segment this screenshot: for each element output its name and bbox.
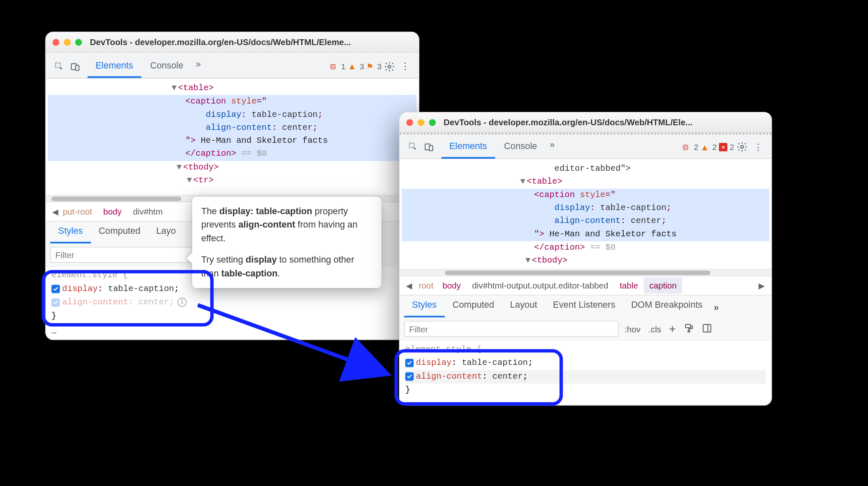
subtab-layout[interactable]: Layout [502, 295, 545, 317]
crumb-root[interactable]: root [415, 277, 437, 294]
dom-node-caption-close[interactable]: </caption> == $0 [48, 147, 416, 160]
dom-node-tbody[interactable]: ▼<tbody> [48, 161, 416, 174]
dom-node-tbody[interactable]: ▼<tbody> [402, 254, 769, 267]
panel-tabs: Elements Console » [88, 55, 204, 78]
crumb-table[interactable]: table [614, 277, 644, 294]
subtab-layout[interactable]: Layo [148, 221, 184, 243]
hov-toggle[interactable]: :hov [624, 324, 640, 334]
computed-panel-icon[interactable] [702, 323, 712, 334]
subtab-styles[interactable]: Styles [50, 221, 91, 243]
dom-node-caption-open[interactable]: <caption style=" [402, 188, 769, 201]
subtab-event-listeners[interactable]: Event Listeners [545, 295, 623, 317]
tooltip-paragraph-1: The display: table-caption property prev… [201, 205, 373, 245]
device-toggle-icon[interactable] [421, 139, 437, 155]
filter-input-wrapper [404, 321, 619, 337]
close-window-icon[interactable] [53, 39, 59, 46]
warning-icon: ▲ [348, 61, 356, 71]
settings-icon[interactable] [734, 139, 750, 155]
issue-icon: × [719, 143, 727, 151]
close-window-icon[interactable] [406, 119, 413, 126]
crumb-caption[interactable]: caption [644, 277, 683, 294]
dom-node-table[interactable]: ▼<table> [402, 175, 769, 188]
subtab-computed[interactable]: Computed [444, 295, 502, 317]
dom-css-align[interactable]: align-content: center; [48, 122, 416, 134]
window-titlebar[interactable]: DevTools - developer.mozilla.org/en-US/d… [46, 32, 419, 53]
subtab-styles[interactable]: Styles [404, 295, 444, 317]
horizontal-scrollbar[interactable] [400, 269, 772, 276]
dom-tree[interactable]: editor-tabbed"> ▼<table> <caption style=… [400, 159, 772, 269]
panel-tabs: Elements Console » [442, 135, 558, 158]
window-titlebar[interactable]: DevTools - developer.mozilla.org/en-US/d… [400, 112, 772, 133]
dom-node-tr[interactable]: ▼<tr> [48, 174, 416, 187]
maximize-window-icon[interactable] [75, 39, 82, 46]
cls-toggle[interactable]: .cls [648, 324, 661, 334]
crumb-body[interactable]: body [437, 277, 467, 294]
annotation-highlight-before [42, 270, 213, 327]
dom-node-prefix[interactable]: editor-tabbed"> [402, 162, 769, 175]
error-icon: ⦻ [681, 142, 690, 152]
issue-count: 2 [730, 142, 734, 152]
device-toggle-icon[interactable] [67, 58, 83, 74]
svg-rect-0 [56, 63, 60, 67]
dom-css-align[interactable]: align-content: center; [402, 215, 769, 228]
dom-node-table[interactable]: ▼<table> [48, 82, 416, 95]
tab-console[interactable]: Console [142, 55, 191, 78]
kebab-menu-icon[interactable]: ⋮ [750, 139, 766, 155]
dom-node-caption-close[interactable]: </caption> == $0 [402, 241, 769, 254]
tab-elements[interactable]: Elements [442, 135, 495, 158]
paint-icon[interactable] [684, 323, 694, 334]
breadcrumb-prev-icon[interactable]: ◀ [403, 281, 416, 290]
warning-count: 3 [360, 62, 364, 71]
devtools-toolbar: Elements Console » ⦻1 ▲3 ⚑3 ⋮ [46, 53, 419, 78]
tooltip-paragraph-2: Try setting display to something other t… [201, 253, 373, 280]
inspect-element-icon[interactable] [51, 58, 67, 74]
issue-badges[interactable]: ⦻2 ▲2 ×2 [681, 142, 734, 152]
dom-caption-text[interactable]: "> He-Man and Skeletor facts [48, 134, 416, 147]
issue-icon: ⚑ [366, 62, 374, 71]
traffic-lights[interactable] [406, 119, 436, 126]
tab-elements[interactable]: Elements [88, 55, 141, 78]
minimize-window-icon[interactable] [418, 119, 424, 126]
svg-point-7 [741, 145, 744, 148]
crumb-div[interactable]: div#html-output.output.editor-tabbed [467, 277, 614, 294]
styles-filter-row: :hov .cls + [400, 317, 772, 340]
more-panels-icon[interactable]: » [193, 55, 204, 78]
devtools-toolbar: Elements Console » ⦻2 ▲2 ×2 ⋮ [400, 133, 772, 159]
more-subtabs-icon[interactable]: » [711, 298, 722, 317]
traffic-lights[interactable] [53, 39, 82, 46]
settings-icon[interactable] [381, 58, 397, 74]
dom-node-caption-open[interactable]: <caption style=" [48, 95, 416, 108]
svg-rect-4 [409, 143, 414, 148]
crumb-div[interactable]: div#htm [127, 203, 168, 220]
svg-rect-2 [76, 65, 79, 70]
warning-tooltip: The display: table-caption property prev… [192, 197, 381, 288]
more-panels-icon[interactable]: » [546, 135, 558, 158]
dom-css-display[interactable]: display: table-caption; [402, 202, 769, 215]
inspect-element-icon[interactable] [405, 139, 421, 155]
dom-caption-text[interactable]: "> He-Man and Skeletor facts [402, 228, 769, 241]
dom-tree[interactable]: ▼<table> <caption style=" display: table… [46, 78, 419, 195]
svg-rect-10 [703, 324, 711, 332]
styles-pane-tabs: Styles Computed Layout Event Listeners D… [400, 295, 772, 317]
tab-console[interactable]: Console [496, 135, 545, 158]
breadcrumb-next-icon[interactable]: ▶ [756, 281, 768, 290]
annotation-highlight-after [394, 349, 563, 405]
kebab-menu-icon[interactable]: ⋮ [397, 58, 413, 74]
warning-icon: ▲ [700, 142, 709, 152]
breadcrumb-prev-icon[interactable]: ◀ [49, 207, 62, 216]
breadcrumb: ◀ root body div#html-output.output.edito… [400, 276, 772, 295]
crumb-root[interactable]: put-root [61, 203, 97, 220]
error-icon: ⦻ [329, 61, 338, 71]
crumb-body[interactable]: body [98, 203, 127, 220]
subtab-dom-breakpoints[interactable]: DOM Breakpoints [623, 295, 711, 317]
minimize-window-icon[interactable] [64, 39, 71, 46]
issue-badges[interactable]: ⦻1 ▲3 ⚑3 [329, 61, 381, 71]
window-title: DevTools - developer.mozilla.org/en-US/d… [444, 117, 765, 127]
styles-filter-input[interactable] [404, 321, 619, 337]
dom-css-display[interactable]: display: table-caption; [48, 108, 416, 121]
warning-count: 2 [712, 142, 717, 152]
maximize-window-icon[interactable] [429, 119, 436, 126]
new-style-rule-icon[interactable]: + [669, 322, 676, 335]
error-count: 1 [341, 62, 346, 71]
subtab-computed[interactable]: Computed [91, 221, 148, 243]
